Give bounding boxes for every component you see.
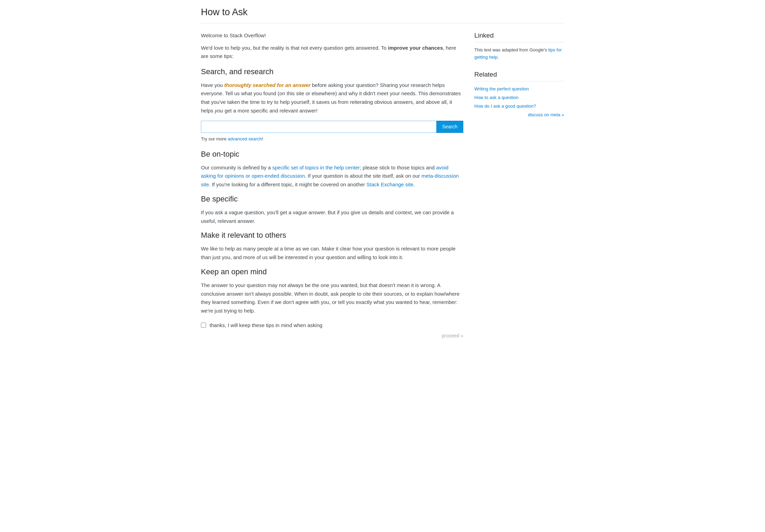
section2-middle1: ; please stick to those topics and: [360, 165, 436, 170]
related-link-1[interactable]: Writing the perfect question: [474, 86, 529, 91]
advanced-prefix: Try our more: [201, 136, 228, 141]
advanced-search-text: Try our more advanced search!: [201, 136, 463, 141]
section2-suffix: .: [413, 181, 415, 187]
checkbox-row: thanks, I will keep these tips in mind w…: [201, 322, 463, 328]
section3-text: If you ask a vague question, you'll get …: [201, 208, 463, 226]
thoroughly-searched-link[interactable]: thoroughly searched for an answer: [224, 82, 311, 88]
section2-middle2: . If your question is about the site its…: [305, 173, 422, 179]
section5-text: The answer to your question may not alwa…: [201, 281, 463, 315]
linked-prefix: This text was adapted from Google's: [474, 47, 548, 52]
related-link-item: How to ask a question: [474, 94, 564, 100]
related-heading: Related: [474, 71, 564, 81]
proceed-link[interactable]: proceed »: [442, 333, 463, 338]
section1-prefix: Have you: [201, 82, 224, 88]
section1-heading: Search, and research: [201, 67, 463, 76]
section1-suffix: get a more specific and relevant answer!: [223, 108, 317, 114]
section3-heading: Be specific: [201, 195, 463, 204]
search-row: Search: [201, 121, 463, 133]
section2-text: Our community is defined by a specific s…: [201, 164, 463, 189]
related-link-item: How do I ask a good question?: [474, 103, 564, 109]
discuss-meta: discuss on meta »: [474, 112, 564, 117]
linked-text: This text was adapted from Google's tips…: [474, 47, 564, 61]
section4-heading: Make it relevant to others: [201, 231, 463, 240]
related-link-2[interactable]: How to ask a question: [474, 95, 519, 100]
advanced-suffix: !: [262, 136, 263, 141]
advanced-search-link[interactable]: advanced search: [228, 136, 262, 141]
intro-text: We'd love to help you, but the reality i…: [201, 44, 463, 60]
section2-middle3: . If you're looking for a different topi…: [209, 181, 366, 187]
welcome-text: Welcome to Stack Overflow!: [201, 32, 463, 40]
page-wrapper: How to Ask Welcome to Stack Overflow! We…: [193, 0, 572, 352]
intro-bold: improve your chances: [388, 45, 443, 51]
sidebar: Linked This text was adapted from Google…: [474, 32, 564, 338]
section2-heading: Be on-topic: [201, 150, 463, 159]
search-input[interactable]: [201, 121, 436, 133]
section4-text: We like to help as many people at a time…: [201, 245, 463, 262]
related-section: Related Writing the perfect question How…: [474, 71, 564, 117]
search-button[interactable]: Search: [436, 121, 463, 133]
proceed-row: proceed »: [201, 333, 463, 338]
related-link-item: Writing the perfect question: [474, 86, 564, 91]
page-title: How to Ask: [201, 7, 564, 18]
layout: Welcome to Stack Overflow! We'd love to …: [201, 32, 564, 338]
section2-prefix: Our community is defined by a: [201, 165, 272, 170]
title-divider: [201, 23, 564, 23]
keep-tips-checkbox[interactable]: [201, 323, 206, 328]
checkbox-label: thanks, I will keep these tips in mind w…: [210, 322, 322, 328]
discuss-meta-link[interactable]: discuss on meta »: [528, 112, 564, 117]
linked-section: Linked This text was adapted from Google…: [474, 32, 564, 61]
intro-prefix: We'd love to help you, but the reality i…: [201, 45, 388, 51]
related-links-list: Writing the perfect question How to ask …: [474, 86, 564, 109]
linked-suffix: .: [497, 55, 499, 60]
section1-italic: you: [215, 108, 223, 114]
main-content: Welcome to Stack Overflow! We'd love to …: [201, 32, 463, 338]
section5-heading: Keep an open mind: [201, 267, 463, 276]
linked-heading: Linked: [474, 32, 564, 42]
related-link-3[interactable]: How do I ask a good question?: [474, 104, 536, 109]
section1-text: Have you thoroughly searched for an answ…: [201, 81, 463, 115]
stack-exchange-link[interactable]: Stack Exchange site: [367, 181, 414, 187]
topics-help-center-link[interactable]: specific set of topics in the help cente…: [272, 165, 360, 170]
